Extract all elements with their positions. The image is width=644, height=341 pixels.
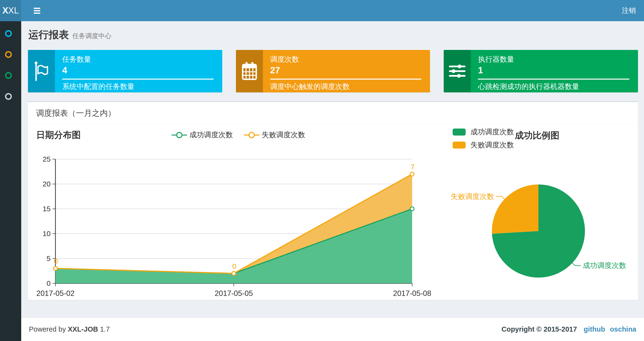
circle-o-icon xyxy=(5,51,12,58)
powered-by: Powered by XXL-JOB 1.7 xyxy=(29,325,110,333)
divider xyxy=(62,79,214,80)
page-subtitle: 任务调度中心 xyxy=(72,32,111,40)
circle-o-icon xyxy=(5,30,12,37)
info-box-description: 心跳检测成功的执行器机器数量 xyxy=(478,82,631,92)
sidebar-item-0[interactable] xyxy=(5,30,12,37)
info-box-description: 调度中心触发的调度次数 xyxy=(270,82,423,92)
schedule-report-panel: 调度报表（一月之内） 日期分布图 成功调度次数失败调度次数 0510152025… xyxy=(28,101,638,300)
charts-container: 日期分布图 成功调度次数失败调度次数 05101520252017-05-022… xyxy=(28,124,638,297)
line-chart-title: 日期分布图 xyxy=(36,129,81,141)
legend-item[interactable]: 成功调度次数 xyxy=(453,127,514,137)
sidebar-item-2[interactable] xyxy=(5,72,12,79)
sidebar-item-3[interactable] xyxy=(5,93,12,100)
info-box-label: 调度次数 xyxy=(270,55,423,64)
info-box-description: 系统中配置的任务数量 xyxy=(62,82,215,92)
sidebar-toggle-icon[interactable] xyxy=(28,0,45,21)
circle-o-icon xyxy=(5,93,12,100)
info-box-value: 1 xyxy=(478,65,631,76)
page-footer: Powered by XXL-JOB 1.7 Copyright © 2015-… xyxy=(21,317,644,341)
sliders-icon xyxy=(444,50,471,92)
svg-text:15: 15 xyxy=(43,205,50,213)
github-link[interactable]: github xyxy=(584,325,605,333)
sidebar-item-1[interactable] xyxy=(5,51,12,58)
svg-text:成功调度次数: 成功调度次数 xyxy=(583,261,626,269)
app-logo[interactable]: XXL xyxy=(0,0,21,21)
legend-item[interactable]: 失败调度次数 xyxy=(244,130,305,140)
info-box-label: 任务数量 xyxy=(62,55,215,64)
pie-chart-legend: 成功调度次数失败调度次数 xyxy=(453,127,514,150)
legend-swatch xyxy=(453,142,466,149)
svg-text:0: 0 xyxy=(54,257,58,265)
legend-label: 成功调度次数 xyxy=(190,130,233,140)
sidebar xyxy=(0,21,21,341)
legend-swatch xyxy=(453,129,466,136)
info-box-value: 27 xyxy=(270,65,423,76)
info-box-triggers: 调度次数 27 调度中心触发的调度次数 xyxy=(236,50,430,92)
product-name: XXL-JOB xyxy=(68,325,98,333)
svg-text:25: 25 xyxy=(43,155,50,163)
svg-text:10: 10 xyxy=(43,230,50,237)
date-distribution-chart: 05101520252017-05-022017-05-052017-05-08… xyxy=(33,141,438,297)
info-box-row: 任务数量 4 系统中配置的任务数量 xyxy=(28,50,638,92)
logo-text-bold: X xyxy=(2,6,8,16)
product-version: 1.7 xyxy=(100,325,110,333)
info-box-label: 执行器数量 xyxy=(478,55,631,64)
copyright-text: Copyright © 2015-2017 xyxy=(502,325,577,333)
divider xyxy=(478,79,629,80)
flag-icon xyxy=(28,50,55,92)
legend-label: 成功调度次数 xyxy=(470,127,514,137)
xxl-job-dashboard: XXL 注销 运行报表任务调度中心 任务数量 4 系统中配置的任 xyxy=(0,0,644,341)
svg-text:0: 0 xyxy=(232,262,236,270)
svg-text:5: 5 xyxy=(46,254,50,262)
line-chart-legend: 成功调度次数失败调度次数 xyxy=(172,130,305,140)
calendar-icon xyxy=(236,50,263,92)
pie-chart-title: 成功比例图 xyxy=(515,130,560,142)
divider xyxy=(270,79,422,80)
svg-text:20: 20 xyxy=(43,180,50,188)
svg-text:2017-05-05: 2017-05-05 xyxy=(215,289,253,297)
legend-label: 失败调度次数 xyxy=(470,140,514,150)
legend-label: 失败调度次数 xyxy=(262,130,305,140)
top-navbar: XXL 注销 xyxy=(0,0,644,21)
svg-text:7: 7 xyxy=(411,163,415,171)
oschina-link[interactable]: oschina xyxy=(610,325,636,333)
svg-text:0: 0 xyxy=(46,279,50,287)
info-box-jobs: 任务数量 4 系统中配置的任务数量 xyxy=(28,50,222,92)
page-title: 运行报表 xyxy=(28,29,69,40)
info-box-value: 4 xyxy=(62,65,215,76)
page-header: 运行报表任务调度中心 xyxy=(28,28,111,42)
panel-title: 调度报表（一月之内） xyxy=(28,102,638,124)
logout-link[interactable]: 注销 xyxy=(614,0,644,21)
circle-o-icon xyxy=(5,72,12,79)
svg-text:2017-05-02: 2017-05-02 xyxy=(36,289,75,297)
svg-text:失败调度次数: 失败调度次数 xyxy=(451,192,494,200)
legend-item[interactable]: 成功调度次数 xyxy=(172,130,233,140)
logo-text-light: XL xyxy=(8,6,19,16)
success-ratio-pie-chart: 成功调度次数失败调度次数 xyxy=(448,172,632,288)
svg-text:2017-05-08: 2017-05-08 xyxy=(393,289,432,297)
info-box-executors: 执行器数量 1 心跳检测成功的执行器机器数量 xyxy=(444,50,638,92)
legend-item[interactable]: 失败调度次数 xyxy=(453,140,514,150)
